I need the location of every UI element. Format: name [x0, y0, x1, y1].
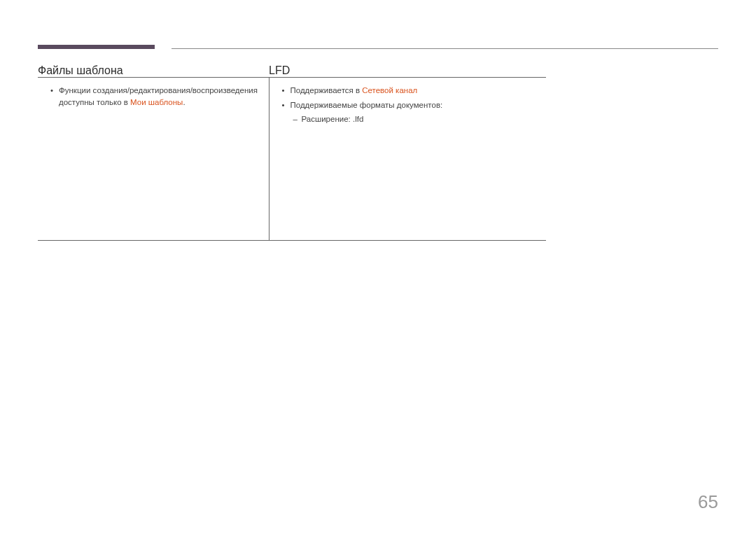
- right-b1-highlight: Сетевой канал: [362, 86, 417, 94]
- header-accent-bar: [38, 45, 155, 49]
- page-number: 65: [698, 491, 718, 513]
- left-bullet-1: Функции создания/редактирования/воспроиз…: [38, 85, 269, 109]
- right-b2-text: Поддерживаемые форматы документов:: [290, 101, 443, 109]
- left-bullet-list: Функции создания/редактирования/воспроиз…: [38, 85, 269, 109]
- spec-table: Файлы шаблона LFD Функции создания/редак…: [38, 64, 546, 241]
- content-area: Файлы шаблона LFD Функции создания/редак…: [38, 64, 546, 241]
- right-sub-1: Расширение: .lfd: [290, 113, 547, 125]
- table-header-left: Файлы шаблона: [38, 64, 269, 78]
- table-header-row: Файлы шаблона LFD: [38, 64, 546, 78]
- right-bullet-list: Поддерживается в Сетевой канал Поддержив…: [270, 85, 547, 125]
- right-sub-list: Расширение: .lfd: [290, 113, 547, 125]
- table-body-row: Функции создания/редактирования/воспроиз…: [38, 78, 546, 241]
- left-b1-text2: .: [183, 98, 185, 106]
- table-cell-left: Функции создания/редактирования/воспроиз…: [38, 78, 269, 241]
- table-header-right: LFD: [269, 64, 546, 78]
- header-rule: [172, 48, 718, 49]
- table-cell-right: Поддерживается в Сетевой канал Поддержив…: [269, 78, 546, 241]
- right-bullet-1: Поддерживается в Сетевой канал: [270, 85, 547, 97]
- right-bullet-2: Поддерживаемые форматы документов: Расши…: [270, 99, 547, 125]
- right-b1-text1: Поддерживается в: [290, 86, 363, 94]
- left-b1-highlight: Мои шаблоны: [130, 98, 183, 106]
